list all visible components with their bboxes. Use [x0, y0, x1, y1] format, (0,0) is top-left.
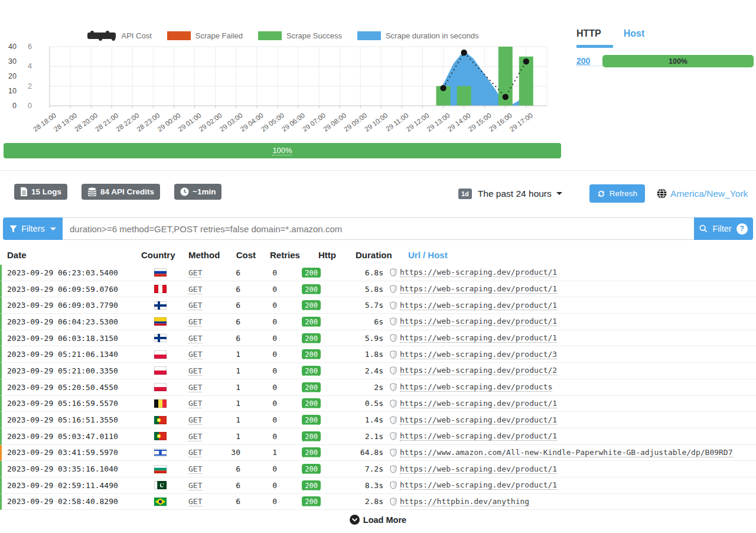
cell-url: https://web-scraping.dev/product/1 [388, 284, 756, 294]
method-label[interactable]: GET [188, 317, 202, 327]
http-status-row: 200 100% [576, 55, 754, 67]
method-label[interactable]: GET [188, 432, 202, 441]
success-rate-label: 100% [272, 146, 292, 155]
http-status-badge[interactable]: 200 [302, 333, 321, 343]
cell-method: GET [180, 415, 223, 424]
refresh-button[interactable]: Refresh [589, 184, 645, 203]
http-status-badge[interactable]: 200 [302, 317, 321, 327]
filter-bar: Filters Filter ? [3, 217, 753, 240]
time-range-dropdown[interactable]: The past 24 hours [478, 188, 552, 199]
legend-item: Scrape Success [258, 31, 342, 40]
legend-item: Scrape Failed [167, 31, 243, 40]
url-link[interactable]: https://web-scraping.dev/product/1 [400, 317, 557, 326]
cell-duration: 2.8s [337, 497, 388, 506]
shield-icon [390, 334, 397, 342]
help-icon[interactable]: ? [737, 223, 748, 235]
method-label[interactable]: GET [188, 350, 202, 359]
filters-dropdown-button[interactable]: Filters [3, 217, 63, 240]
method-label[interactable]: GET [188, 497, 202, 506]
table-row: 2023-09-29 05:16:59.5570 GET 1 0 200 0.5… [0, 396, 756, 412]
http-status-badge[interactable]: 200 [302, 284, 321, 294]
status-breakdown-panel: HTTP Host 200 100% [576, 28, 754, 67]
method-label[interactable]: GET [188, 399, 202, 408]
apply-filter-button[interactable]: Filter ? [694, 217, 753, 240]
url-link[interactable]: https://httpbin.dev/anything [400, 497, 529, 506]
method-label[interactable]: GET [188, 285, 202, 294]
cell-date: 2023-09-29 06:09:59.0760 [2, 285, 141, 294]
http-status-badge[interactable]: 200 [302, 480, 321, 490]
svg-text:29 03:00: 29 03:00 [219, 112, 244, 133]
cell-retries: 0 [256, 317, 289, 326]
url-link[interactable]: https://www.amazon.com/All-new-Kindle-Pa… [400, 448, 733, 457]
interval-badge: 1d [458, 188, 472, 199]
url-link[interactable]: https://web-scraping.dev/product/1 [400, 480, 557, 490]
method-label[interactable]: GET [188, 334, 202, 343]
legend-label: Scrape Success [286, 31, 342, 40]
summary-stats: 15 Logs 84 API Credits ~1min [14, 184, 221, 200]
url-link[interactable]: https://web-scraping.dev/product/1 [400, 431, 557, 441]
method-label[interactable]: GET [188, 301, 202, 310]
url-link[interactable]: https://web-scraping.dev/product/1 [400, 464, 557, 474]
http-status-badge[interactable]: 200 [302, 398, 321, 408]
http-status-badge[interactable]: 200 [302, 431, 321, 441]
svg-text:29 05:00: 29 05:00 [260, 112, 285, 133]
table-row: 2023-09-29 06:09:59.0760 GET 6 0 200 5.8… [0, 281, 756, 298]
svg-text:29 06:00: 29 06:00 [281, 112, 306, 133]
cell-url: https://web-scraping.dev/product/1 [388, 399, 756, 408]
cell-url: https://web-scraping.dev/product/3 [388, 350, 756, 359]
svg-text:29 02:00: 29 02:00 [198, 112, 223, 133]
url-link[interactable]: https://web-scraping.dev/products [400, 382, 552, 392]
svg-text:28 18:00: 28 18:00 [32, 112, 57, 133]
timezone-link[interactable]: America/New_York [657, 188, 748, 199]
svg-text:29 17:00: 29 17:00 [509, 112, 534, 133]
url-link[interactable]: https://web-scraping.dev/product/1 [400, 268, 557, 277]
method-label[interactable]: GET [188, 481, 202, 490]
url-link[interactable]: https://web-scraping.dev/product/1 [400, 284, 557, 294]
refresh-icon [597, 190, 605, 198]
http-status-badge[interactable]: 200 [302, 496, 321, 506]
col-header-duration: Duration [337, 250, 388, 260]
filter-query-input[interactable] [63, 217, 694, 240]
http-status-badge[interactable]: 200 [302, 464, 321, 474]
tab-http[interactable]: HTTP [576, 28, 601, 45]
http-status-badge[interactable]: 200 [302, 382, 321, 392]
method-label[interactable]: GET [188, 415, 202, 425]
method-label[interactable]: GET [188, 366, 202, 376]
url-link[interactable]: https://web-scraping.dev/product/2 [400, 366, 557, 375]
active-tab-underline [576, 45, 613, 48]
col-header-http: Http [289, 250, 337, 260]
method-label[interactable]: GET [188, 383, 202, 392]
url-link[interactable]: https://web-scraping.dev/product/1 [400, 301, 557, 310]
cell-cost: 6 [223, 301, 256, 310]
method-label[interactable]: GET [188, 448, 202, 457]
url-link[interactable]: https://web-scraping.dev/product/1 [400, 333, 557, 343]
section-divider [0, 170, 756, 171]
http-code-link[interactable]: 200 [576, 56, 602, 66]
country-flag-pe [154, 285, 167, 293]
cell-date: 2023-09-29 05:21:00.3350 [2, 366, 141, 375]
cell-country [141, 350, 180, 359]
cell-retries: 0 [256, 268, 289, 277]
http-status-badge[interactable]: 200 [302, 300, 321, 310]
url-link[interactable]: https://web-scraping.dev/product/1 [400, 415, 557, 425]
url-link[interactable]: https://web-scraping.dev/product/1 [400, 399, 557, 408]
tab-host[interactable]: Host [624, 28, 645, 45]
http-status-badge[interactable]: 200 [302, 349, 321, 359]
cell-retries: 0 [256, 399, 289, 408]
http-status-badge[interactable]: 200 [302, 447, 321, 457]
cell-url: https://web-scraping.dev/product/1 [388, 480, 756, 490]
load-more-button[interactable]: Load More [346, 514, 410, 525]
url-link[interactable]: https://web-scraping.dev/product/3 [400, 350, 557, 359]
country-flag-pt [154, 432, 167, 440]
http-status-badge[interactable]: 200 [302, 415, 321, 425]
cell-country [141, 465, 180, 473]
chevron-down-icon [556, 192, 562, 195]
method-label[interactable]: GET [188, 268, 202, 278]
col-header-date: Date [2, 250, 141, 260]
method-label[interactable]: GET [188, 464, 202, 474]
globe-icon [657, 188, 667, 199]
cell-method: GET [180, 285, 223, 294]
clock-icon [180, 187, 189, 196]
http-status-badge[interactable]: 200 [302, 366, 321, 376]
http-status-badge[interactable]: 200 [302, 268, 321, 278]
